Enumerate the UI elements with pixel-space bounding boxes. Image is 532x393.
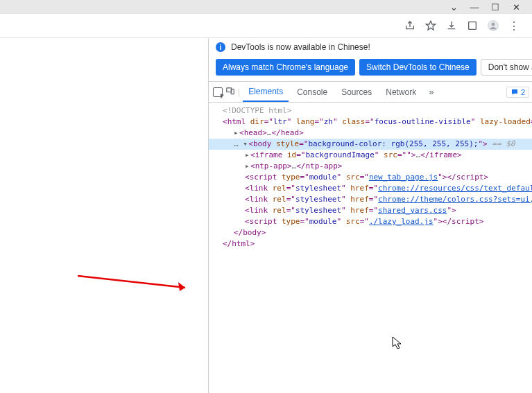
devtools-infobar: i DevTools is now available in Chinese! … bbox=[209, 38, 532, 56]
browser-toolbar: ⋮ bbox=[0, 14, 532, 38]
dom-iframe[interactable]: ▸<iframe id="backgroundImage" src="">…</… bbox=[209, 150, 532, 161]
window-chevron-icon[interactable]: ⌄ bbox=[449, 2, 458, 12]
menu-icon[interactable]: ⋮ bbox=[508, 20, 520, 31]
dismiss-button[interactable]: Don't show again bbox=[481, 59, 532, 76]
page-content-area bbox=[0, 38, 208, 393]
issues-count: 2 bbox=[521, 88, 525, 96]
tab-sources[interactable]: Sources bbox=[336, 82, 377, 102]
issues-counter[interactable]: 2 bbox=[506, 87, 529, 98]
share-icon[interactable] bbox=[404, 20, 415, 31]
dom-script-2[interactable]: <script type="module" src="./lazy_load.j… bbox=[209, 216, 532, 227]
devtools-panel: i DevTools is now available in Chinese! … bbox=[208, 38, 532, 393]
info-icon: i bbox=[216, 42, 225, 52]
dom-head[interactable]: ▸<head>…</head> bbox=[209, 128, 532, 139]
tab-elements[interactable]: Elements bbox=[243, 82, 289, 102]
dom-html-close[interactable]: </html> bbox=[209, 238, 532, 250]
dom-body-open[interactable]: … ▾<body style="background-color: rgb(25… bbox=[209, 139, 532, 150]
window-minimize-button[interactable]: — bbox=[470, 2, 479, 12]
match-language-button[interactable]: Always match Chrome's language bbox=[216, 59, 355, 76]
window-titlebar: ⌄ — ☐ ✕ bbox=[0, 0, 532, 14]
svg-line-3 bbox=[78, 276, 185, 288]
dom-html-open[interactable]: <html dir="ltr" lang="zh" class="focus-o… bbox=[209, 116, 532, 128]
star-icon[interactable] bbox=[425, 20, 436, 31]
dom-link-1[interactable]: <link rel="stylesheet" href="chrome://re… bbox=[209, 183, 532, 194]
infobar-text: DevTools is now available in Chinese! bbox=[231, 42, 370, 52]
dom-link-3[interactable]: <link rel="stylesheet" href="shared_vars… bbox=[209, 205, 532, 216]
tab-network[interactable]: Network bbox=[380, 82, 422, 102]
more-tabs-button[interactable]: » bbox=[424, 87, 438, 97]
device-toolbar-icon[interactable] bbox=[225, 86, 235, 98]
svg-rect-0 bbox=[469, 22, 477, 30]
dom-script-1[interactable]: <script type="module" src="new_tab_page.… bbox=[209, 172, 532, 183]
svg-point-2 bbox=[492, 23, 495, 26]
dom-ntp-app[interactable]: ▸<ntp-app>…</ntp-app> bbox=[209, 161, 532, 172]
window-maximize-button[interactable]: ☐ bbox=[490, 2, 500, 12]
inspect-element-icon[interactable] bbox=[213, 87, 223, 97]
profile-icon[interactable] bbox=[488, 20, 499, 31]
tab-console[interactable]: Console bbox=[291, 82, 333, 102]
tab-view-icon[interactable] bbox=[467, 20, 478, 31]
dom-body-close[interactable]: </body> bbox=[209, 227, 532, 238]
dom-link-2[interactable]: <link rel="stylesheet" href="chrome://th… bbox=[209, 194, 532, 205]
annotation-arrow bbox=[78, 270, 196, 295]
infobar-buttons: Always match Chrome's language Switch De… bbox=[209, 56, 532, 82]
elements-dom-tree[interactable]: <!DOCTYPE html> <html dir="ltr" lang="zh… bbox=[209, 103, 532, 393]
dom-doctype[interactable]: <!DOCTYPE html> bbox=[209, 105, 532, 116]
svg-marker-4 bbox=[178, 282, 185, 291]
download-icon[interactable] bbox=[446, 20, 457, 31]
switch-language-button[interactable]: Switch DevTools to Chinese bbox=[359, 59, 477, 76]
window-close-button[interactable]: ✕ bbox=[511, 2, 521, 12]
devtools-tabbar: | Elements Console Sources Network » 2 ⋮… bbox=[209, 82, 532, 103]
